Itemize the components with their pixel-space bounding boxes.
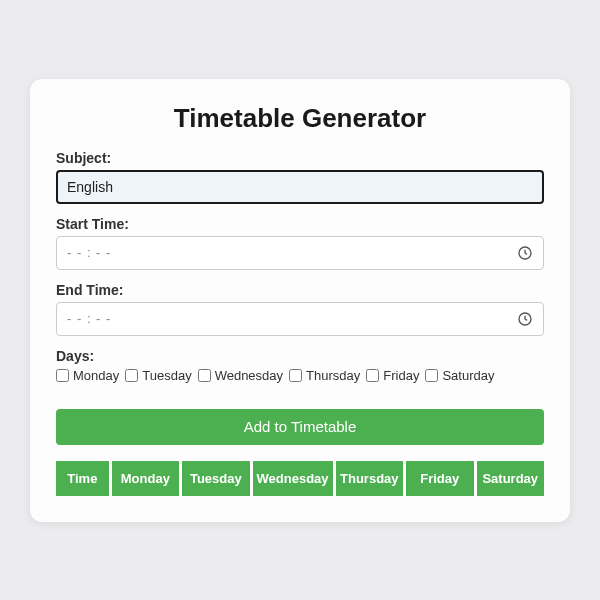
table-header-friday: Friday <box>406 461 473 496</box>
day-label: Tuesday <box>142 368 191 383</box>
day-option-saturday[interactable]: Saturday <box>425 368 494 383</box>
end-time-placeholder: - - : - - <box>67 311 111 326</box>
day-label: Wednesday <box>215 368 283 383</box>
checkbox-monday[interactable] <box>56 369 69 382</box>
day-label: Monday <box>73 368 119 383</box>
day-option-thursday[interactable]: Thursday <box>289 368 360 383</box>
days-row: Monday Tuesday Wednesday Thursday Friday… <box>56 368 544 383</box>
clock-icon <box>517 311 533 327</box>
subject-field: Subject: <box>56 150 544 204</box>
timetable-header-row: Time Monday Tuesday Wednesday Thursday F… <box>56 461 544 496</box>
subject-label: Subject: <box>56 150 544 166</box>
timetable-form-card: Timetable Generator Subject: Start Time:… <box>30 79 570 522</box>
day-label: Thursday <box>306 368 360 383</box>
checkbox-tuesday[interactable] <box>125 369 138 382</box>
checkbox-wednesday[interactable] <box>198 369 211 382</box>
day-option-wednesday[interactable]: Wednesday <box>198 368 283 383</box>
page-title: Timetable Generator <box>56 103 544 134</box>
day-option-tuesday[interactable]: Tuesday <box>125 368 191 383</box>
start-time-placeholder: - - : - - <box>67 245 111 260</box>
table-header-saturday: Saturday <box>477 461 544 496</box>
table-header-tuesday: Tuesday <box>182 461 249 496</box>
table-header-time: Time <box>56 461 109 496</box>
days-label: Days: <box>56 348 544 364</box>
end-time-input[interactable]: - - : - - <box>56 302 544 336</box>
subject-input[interactable] <box>56 170 544 204</box>
start-time-label: Start Time: <box>56 216 544 232</box>
table-header-thursday: Thursday <box>336 461 403 496</box>
clock-icon <box>517 245 533 261</box>
end-time-field: End Time: - - : - - <box>56 282 544 336</box>
start-time-input[interactable]: - - : - - <box>56 236 544 270</box>
day-label: Saturday <box>442 368 494 383</box>
checkbox-thursday[interactable] <box>289 369 302 382</box>
table-header-monday: Monday <box>112 461 179 496</box>
checkbox-saturday[interactable] <box>425 369 438 382</box>
table-header-wednesday: Wednesday <box>253 461 333 496</box>
end-time-label: End Time: <box>56 282 544 298</box>
day-option-monday[interactable]: Monday <box>56 368 119 383</box>
day-option-friday[interactable]: Friday <box>366 368 419 383</box>
checkbox-friday[interactable] <box>366 369 379 382</box>
day-label: Friday <box>383 368 419 383</box>
start-time-field: Start Time: - - : - - <box>56 216 544 270</box>
add-to-timetable-button[interactable]: Add to Timetable <box>56 409 544 445</box>
days-field: Days: Monday Tuesday Wednesday Thursday … <box>56 348 544 383</box>
